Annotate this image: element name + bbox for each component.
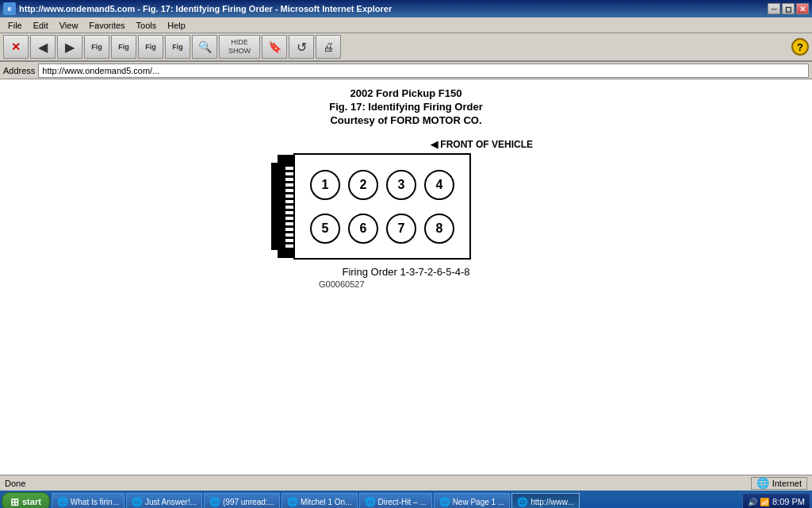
taskbar-label-3: (997 unread:... xyxy=(223,498,274,506)
toolbar: ✕ ◀ ▶ Fig Fig Fig Fig 🔍 HIDESHOW 🔖 ↺ 🖨 ? xyxy=(0,33,812,62)
menu-bar: File Edit View Favorites Tools Help xyxy=(0,17,812,33)
taskbar-item-4[interactable]: 🌐 Mitchel 1 On... xyxy=(282,493,357,508)
system-tray: 🔊 📶 8:09 PM xyxy=(742,493,810,508)
back-button[interactable]: ◀ xyxy=(30,35,56,59)
address-label: Address xyxy=(3,66,35,75)
restore-button[interactable]: ◻ xyxy=(782,3,795,14)
window-title: http://www.ondemand5.com - Fig. 17: Iden… xyxy=(19,4,392,13)
cylinder-2: 2 xyxy=(348,170,378,200)
menu-help[interactable]: Help xyxy=(163,20,190,31)
menu-favorites[interactable]: Favorites xyxy=(84,20,129,31)
taskbar-right: 🔊 📶 8:09 PM xyxy=(742,493,810,508)
cylinder-4: 4 xyxy=(424,170,454,200)
windows-logo: ⊞ xyxy=(10,496,19,508)
start-label: start xyxy=(22,497,41,506)
start-button[interactable]: ⊞ start xyxy=(2,492,50,508)
title-bar: e http://www.ondemand5.com - Fig. 17: Id… xyxy=(0,0,812,17)
address-bar: Address xyxy=(0,62,812,79)
menu-file[interactable]: File xyxy=(3,20,27,31)
cylinder-8: 8 xyxy=(424,214,454,244)
clock: 8:09 PM xyxy=(772,497,805,506)
menu-edit[interactable]: Edit xyxy=(29,20,53,31)
page-title-line3: Courtesy of FORD MOTOR CO. xyxy=(330,114,481,126)
help-button[interactable]: ? xyxy=(791,38,809,56)
taskbar-item-3[interactable]: 🌐 (997 unread:... xyxy=(204,493,280,508)
taskbar-item-6[interactable]: 🌐 New Page 1 ... xyxy=(434,493,511,508)
ie-icon-1: 🌐 xyxy=(57,497,68,507)
cylinder-grid: 1 2 3 4 5 6 7 8 xyxy=(293,153,471,260)
close-button[interactable]: ✕ xyxy=(796,3,809,14)
cylinder-3: 3 xyxy=(386,170,416,200)
menu-tools[interactable]: Tools xyxy=(132,20,162,31)
ie-icon-3: 🌐 xyxy=(209,497,220,507)
status-done: Done xyxy=(5,479,745,488)
refresh-button[interactable]: ↺ xyxy=(289,35,314,59)
ie-icon-6: 🌐 xyxy=(439,497,450,507)
taskbar-label-7: http://www... xyxy=(530,498,573,506)
forward-button[interactable]: ▶ xyxy=(57,35,82,59)
ie-icon-5: 🌐 xyxy=(365,497,376,507)
print-button[interactable]: 🖨 xyxy=(316,35,341,59)
cylinder-7: 7 xyxy=(386,214,416,244)
status-bar: Done 🌐 Internet xyxy=(0,475,812,491)
page-title-line2: Fig. 17: Identifying Firing Order xyxy=(329,101,483,113)
fig3-button[interactable]: Fig xyxy=(138,35,163,59)
hide-show-button[interactable]: HIDESHOW xyxy=(219,35,260,59)
ie-logo: e xyxy=(3,2,16,15)
cylinder-6: 6 xyxy=(348,214,378,244)
zone-label: Internet xyxy=(772,479,802,488)
taskbar-label-4: Mitchel 1 On... xyxy=(301,498,351,506)
address-input[interactable] xyxy=(38,64,809,78)
bookmark-button[interactable]: 🔖 xyxy=(262,35,287,59)
taskbar-item-5[interactable]: 🌐 Direct-Hit – ... xyxy=(359,493,432,508)
taskbar-label-6: New Page 1 ... xyxy=(453,498,505,506)
status-zone: 🌐 Internet xyxy=(751,477,807,490)
fig4-button[interactable]: Fig xyxy=(165,35,190,59)
firing-order-diagram: ◀ FRONT OF VEHICLE 1 2 3 4 5 6 7 8 xyxy=(271,139,541,289)
minimize-button[interactable]: ─ xyxy=(768,3,780,14)
cylinder-1: 1 xyxy=(310,170,340,200)
globe-icon: 🌐 xyxy=(756,477,769,489)
taskbar-item-2[interactable]: 🌐 Just Answer!... xyxy=(126,493,202,508)
fig1-button[interactable]: Fig xyxy=(84,35,109,59)
part-number: G00060527 xyxy=(271,279,541,289)
taskbar: ⊞ start 🌐 What Is firin... 🌐 Just Answer… xyxy=(0,491,812,508)
taskbar-item-7[interactable]: 🌐 http://www... xyxy=(511,493,579,508)
taskbar-label-5: Direct-Hit – ... xyxy=(378,498,427,506)
tray-icons: 🔊 📶 xyxy=(748,498,769,506)
engine-diagram: 1 2 3 4 5 6 7 8 xyxy=(271,153,541,260)
cylinder-5: 5 xyxy=(310,214,340,244)
firing-order-text: Firing Order 1-3-7-2-6-5-4-8 xyxy=(271,266,541,278)
menu-view[interactable]: View xyxy=(55,20,83,31)
ie-icon-7: 🌐 xyxy=(517,497,528,507)
stop-button[interactable]: ✕ xyxy=(3,35,29,59)
ie-icon-4: 🌐 xyxy=(287,497,298,507)
ie-icon-2: 🌐 xyxy=(132,497,143,507)
page-title-line1: 2002 Ford Pickup F150 xyxy=(350,87,462,99)
taskbar-item-1[interactable]: 🌐 What Is firin... xyxy=(52,493,124,508)
main-content: 2002 Ford Pickup F150 Fig. 17: Identifyi… xyxy=(0,79,812,475)
fig2-button[interactable]: Fig xyxy=(111,35,136,59)
taskbar-label-1: What Is firin... xyxy=(71,498,119,506)
search-button[interactable]: 🔍 xyxy=(192,35,217,59)
taskbar-label-2: Just Answer!... xyxy=(145,498,197,506)
front-of-vehicle-label: ◀ FRONT OF VEHICLE xyxy=(271,139,541,150)
